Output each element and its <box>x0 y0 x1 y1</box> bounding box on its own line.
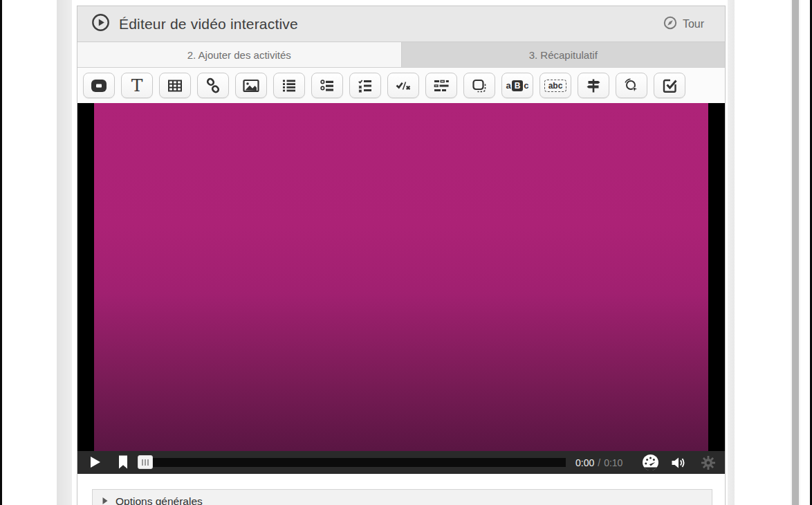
interactive-video-editor: Éditeur de vidéo interactive Tour 2. Ajo… <box>77 6 726 505</box>
total-duration: 0:10 <box>604 457 622 468</box>
interactive-video-play-icon <box>91 13 110 35</box>
content-gap <box>77 474 725 489</box>
current-time: 0:00 <box>575 457 594 468</box>
mark-words-letter-c: c <box>524 80 528 91</box>
right-gutter-strip <box>728 0 735 505</box>
time-display: 0:00 / 0:10 <box>575 451 622 474</box>
page-scrollbar-track[interactable] <box>791 0 800 505</box>
editor-tabs: 2. Ajouter des activités 3. Récapitulati… <box>77 42 725 68</box>
scrub-handle[interactable] <box>138 455 153 469</box>
mark-words-icon: aBc <box>506 80 528 91</box>
drag-drop-icon <box>471 77 488 94</box>
link-icon <box>204 77 222 94</box>
h5p-interactive-video-editor-page: Éditeur de vidéo interactive Tour 2. Ajo… <box>0 0 812 505</box>
time-separator: / <box>598 457 600 468</box>
left-gutter-strip <box>57 0 72 505</box>
page-scrollbar-thumb[interactable] <box>792 0 799 505</box>
general-options-accordion[interactable]: Options générales <box>92 489 712 505</box>
tab-summary[interactable]: 3. Récapitulatif <box>402 42 726 67</box>
video-stage[interactable] <box>77 103 725 451</box>
toolbar-button-multiple-choice[interactable] <box>349 73 381 98</box>
general-options-label: Options générales <box>116 495 203 505</box>
toolbar-button-export-answers[interactable] <box>654 73 685 98</box>
tour-compass-icon <box>663 16 677 32</box>
table-icon <box>167 77 183 94</box>
statements-list-icon <box>281 77 297 94</box>
toolbar-button-mark-words[interactable]: aBc <box>501 73 533 98</box>
tab-add-activities[interactable]: 2. Ajouter des activités <box>77 42 402 67</box>
playback-rate-button[interactable] <box>641 453 660 475</box>
toolbar-button-crossroads[interactable] <box>578 73 609 98</box>
true-false-icon <box>394 77 412 94</box>
fill-blanks-icon <box>432 77 450 94</box>
volume-button[interactable] <box>670 455 687 473</box>
multiple-choice-icon <box>357 77 373 94</box>
editor-header: Éditeur de vidéo interactive Tour <box>77 6 725 42</box>
page-title: Éditeur de vidéo interactive <box>119 16 298 33</box>
toolbar-button-label[interactable] <box>83 73 115 98</box>
tab-summary-label: 3. Récapitulatif <box>529 49 598 61</box>
text-icon: T <box>131 77 143 94</box>
activities-toolbar: T aBc abc <box>77 68 725 103</box>
image-icon <box>242 77 260 94</box>
bookmark-button[interactable] <box>118 455 129 472</box>
navigation-hotspot-icon <box>622 77 640 94</box>
tour-button[interactable]: Tour <box>659 15 708 33</box>
timeline-seekbar[interactable] <box>143 458 566 467</box>
toolbar-button-link[interactable] <box>197 73 229 98</box>
mark-words-letter-a: a <box>506 80 510 91</box>
player-control-bar: 0:00 / 0:10 <box>77 451 725 474</box>
toolbar-button-image[interactable] <box>235 73 267 98</box>
page-left-edge <box>0 0 2 505</box>
label-icon <box>90 77 108 94</box>
toolbar-button-table[interactable] <box>159 73 191 98</box>
crossroads-icon <box>585 77 602 94</box>
tab-add-activities-label: 2. Ajouter des activités <box>187 49 291 61</box>
play-button[interactable] <box>90 456 101 471</box>
mark-words-letter-b: B <box>512 80 524 91</box>
toolbar-button-true-false[interactable] <box>387 73 419 98</box>
toolbar-button-drag-text[interactable]: abc <box>539 73 571 98</box>
toolbar-button-text[interactable]: T <box>121 73 153 98</box>
toolbar-button-single-choice[interactable] <box>311 73 343 98</box>
tour-button-label: Tour <box>683 18 704 30</box>
drag-text-icon: abc <box>544 80 567 92</box>
video-frame <box>94 103 708 451</box>
settings-gear-icon[interactable] <box>701 455 716 473</box>
toolbar-button-navigation-hotspot[interactable] <box>616 73 647 98</box>
caret-right-icon <box>102 495 109 505</box>
toolbar-button-statements[interactable] <box>273 73 305 98</box>
export-answers-icon <box>661 77 678 94</box>
toolbar-button-drag-drop[interactable] <box>463 73 495 98</box>
single-choice-icon <box>319 77 335 94</box>
toolbar-button-fill-blanks[interactable] <box>425 73 457 98</box>
